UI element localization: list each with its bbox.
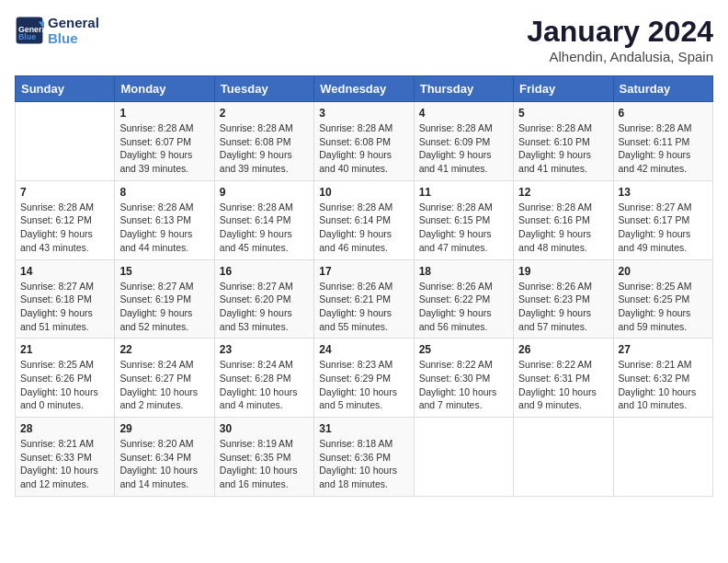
cell-day-number: 19 <box>518 265 608 278</box>
calendar-title: January 2024 <box>527 15 713 49</box>
logo-text-line2: Blue <box>48 30 99 46</box>
cell-day-info: Sunrise: 8:28 AM Sunset: 6:09 PM Dayligh… <box>419 121 508 176</box>
calendar-cell: 13Sunrise: 8:27 AM Sunset: 6:17 PM Dayli… <box>613 180 712 259</box>
calendar-cell <box>613 418 712 497</box>
calendar-cell: 4Sunrise: 8:28 AM Sunset: 6:09 PM Daylig… <box>414 102 513 181</box>
cell-day-info: Sunrise: 8:28 AM Sunset: 6:15 PM Dayligh… <box>419 201 508 255</box>
week-row-5: 28Sunrise: 8:21 AM Sunset: 6:33 PM Dayli… <box>16 418 713 497</box>
cell-day-info: Sunrise: 8:21 AM Sunset: 6:33 PM Dayligh… <box>20 437 109 491</box>
cell-day-info: Sunrise: 8:28 AM Sunset: 6:12 PM Dayligh… <box>20 201 109 255</box>
cell-day-number: 5 <box>518 107 608 120</box>
cell-day-info: Sunrise: 8:26 AM Sunset: 6:23 PM Dayligh… <box>518 280 608 334</box>
calendar-cell <box>514 418 613 497</box>
cell-day-number: 6 <box>619 107 708 120</box>
cell-day-number: 14 <box>20 265 109 278</box>
cell-day-number: 3 <box>319 107 408 120</box>
cell-day-info: Sunrise: 8:28 AM Sunset: 6:08 PM Dayligh… <box>220 121 309 176</box>
day-header-thursday: Thursday <box>414 76 513 102</box>
calendar-cell: 28Sunrise: 8:21 AM Sunset: 6:33 PM Dayli… <box>16 418 115 497</box>
cell-day-info: Sunrise: 8:22 AM Sunset: 6:30 PM Dayligh… <box>419 358 508 412</box>
day-header-friday: Friday <box>514 76 613 102</box>
cell-day-number: 26 <box>518 343 608 356</box>
cell-day-info: Sunrise: 8:27 AM Sunset: 6:18 PM Dayligh… <box>20 280 109 334</box>
calendar-cell: 7Sunrise: 8:28 AM Sunset: 6:12 PM Daylig… <box>16 180 115 259</box>
calendar-cell: 24Sunrise: 8:23 AM Sunset: 6:29 PM Dayli… <box>314 339 414 418</box>
svg-text:Blue: Blue <box>18 32 36 41</box>
calendar-cell: 3Sunrise: 8:28 AM Sunset: 6:08 PM Daylig… <box>314 102 414 181</box>
calendar-cell: 1Sunrise: 8:28 AM Sunset: 6:07 PM Daylig… <box>115 102 214 181</box>
cell-day-info: Sunrise: 8:18 AM Sunset: 6:36 PM Dayligh… <box>319 437 408 491</box>
calendar-cell: 18Sunrise: 8:26 AM Sunset: 6:22 PM Dayli… <box>414 259 513 339</box>
cell-day-info: Sunrise: 8:27 AM Sunset: 6:17 PM Dayligh… <box>619 201 708 255</box>
week-row-2: 7Sunrise: 8:28 AM Sunset: 6:12 PM Daylig… <box>16 180 713 259</box>
logo: General Blue General Blue <box>15 15 99 46</box>
calendar-body: 1Sunrise: 8:28 AM Sunset: 6:07 PM Daylig… <box>16 102 713 497</box>
cell-day-info: Sunrise: 8:26 AM Sunset: 6:22 PM Dayligh… <box>419 280 508 334</box>
logo-icon: General Blue <box>15 16 44 45</box>
cell-day-number: 15 <box>119 265 209 278</box>
cell-day-number: 20 <box>619 265 708 278</box>
cell-day-number: 29 <box>119 422 209 435</box>
calendar-cell: 25Sunrise: 8:22 AM Sunset: 6:30 PM Dayli… <box>414 339 513 418</box>
cell-day-info: Sunrise: 8:20 AM Sunset: 6:34 PM Dayligh… <box>119 437 209 491</box>
page-header: General Blue General Blue January 2024 A… <box>15 15 713 64</box>
calendar-cell: 8Sunrise: 8:28 AM Sunset: 6:13 PM Daylig… <box>115 180 214 259</box>
calendar-cell <box>16 102 115 181</box>
cell-day-number: 13 <box>619 186 708 199</box>
calendar-cell: 27Sunrise: 8:21 AM Sunset: 6:32 PM Dayli… <box>613 339 712 418</box>
calendar-cell: 6Sunrise: 8:28 AM Sunset: 6:11 PM Daylig… <box>613 102 712 181</box>
cell-day-number: 16 <box>220 265 309 278</box>
cell-day-number: 23 <box>220 343 309 356</box>
calendar-cell: 9Sunrise: 8:28 AM Sunset: 6:14 PM Daylig… <box>214 180 313 259</box>
cell-day-number: 9 <box>220 186 309 199</box>
cell-day-number: 28 <box>20 422 109 435</box>
calendar-header: SundayMondayTuesdayWednesdayThursdayFrid… <box>16 76 713 102</box>
cell-day-info: Sunrise: 8:28 AM Sunset: 6:14 PM Dayligh… <box>220 201 309 255</box>
cell-day-info: Sunrise: 8:26 AM Sunset: 6:21 PM Dayligh… <box>319 280 408 334</box>
cell-day-number: 1 <box>119 107 209 120</box>
cell-day-info: Sunrise: 8:24 AM Sunset: 6:27 PM Dayligh… <box>119 358 209 412</box>
week-row-4: 21Sunrise: 8:25 AM Sunset: 6:26 PM Dayli… <box>16 339 713 418</box>
cell-day-number: 10 <box>319 186 408 199</box>
cell-day-info: Sunrise: 8:28 AM Sunset: 6:10 PM Dayligh… <box>518 121 608 176</box>
cell-day-info: Sunrise: 8:25 AM Sunset: 6:26 PM Dayligh… <box>20 358 109 412</box>
calendar-cell: 26Sunrise: 8:22 AM Sunset: 6:31 PM Dayli… <box>514 339 613 418</box>
day-header-saturday: Saturday <box>613 76 712 102</box>
calendar-cell: 10Sunrise: 8:28 AM Sunset: 6:14 PM Dayli… <box>314 180 414 259</box>
calendar-cell: 17Sunrise: 8:26 AM Sunset: 6:21 PM Dayli… <box>314 259 414 339</box>
cell-day-info: Sunrise: 8:25 AM Sunset: 6:25 PM Dayligh… <box>619 280 708 334</box>
cell-day-info: Sunrise: 8:28 AM Sunset: 6:11 PM Dayligh… <box>619 121 708 176</box>
cell-day-number: 25 <box>419 343 508 356</box>
cell-day-number: 24 <box>319 343 408 356</box>
cell-day-info: Sunrise: 8:23 AM Sunset: 6:29 PM Dayligh… <box>319 358 408 412</box>
cell-day-info: Sunrise: 8:28 AM Sunset: 6:16 PM Dayligh… <box>518 201 608 255</box>
cell-day-info: Sunrise: 8:28 AM Sunset: 6:14 PM Dayligh… <box>319 201 408 255</box>
cell-day-number: 2 <box>220 107 309 120</box>
cell-day-number: 17 <box>319 265 408 278</box>
logo-text-line1: General <box>48 15 99 30</box>
calendar-cell: 11Sunrise: 8:28 AM Sunset: 6:15 PM Dayli… <box>414 180 513 259</box>
day-header-monday: Monday <box>115 76 214 102</box>
cell-day-number: 11 <box>419 186 508 199</box>
day-header-wednesday: Wednesday <box>314 76 414 102</box>
calendar-cell: 16Sunrise: 8:27 AM Sunset: 6:20 PM Dayli… <box>214 259 313 339</box>
cell-day-number: 12 <box>518 186 608 199</box>
cell-day-info: Sunrise: 8:28 AM Sunset: 6:13 PM Dayligh… <box>119 201 209 255</box>
calendar-cell: 15Sunrise: 8:27 AM Sunset: 6:19 PM Dayli… <box>115 259 214 339</box>
calendar-subtitle: Alhendin, Andalusia, Spain <box>527 49 713 64</box>
calendar-cell: 12Sunrise: 8:28 AM Sunset: 6:16 PM Dayli… <box>514 180 613 259</box>
cell-day-info: Sunrise: 8:22 AM Sunset: 6:31 PM Dayligh… <box>518 358 608 412</box>
cell-day-info: Sunrise: 8:27 AM Sunset: 6:19 PM Dayligh… <box>119 280 209 334</box>
calendar-cell: 31Sunrise: 8:18 AM Sunset: 6:36 PM Dayli… <box>314 418 414 497</box>
calendar-cell: 29Sunrise: 8:20 AM Sunset: 6:34 PM Dayli… <box>115 418 214 497</box>
calendar-cell: 22Sunrise: 8:24 AM Sunset: 6:27 PM Dayli… <box>115 339 214 418</box>
week-row-1: 1Sunrise: 8:28 AM Sunset: 6:07 PM Daylig… <box>16 102 713 181</box>
calendar-cell: 21Sunrise: 8:25 AM Sunset: 6:26 PM Dayli… <box>16 339 115 418</box>
cell-day-number: 30 <box>220 422 309 435</box>
calendar-cell: 14Sunrise: 8:27 AM Sunset: 6:18 PM Dayli… <box>16 259 115 339</box>
cell-day-number: 18 <box>419 265 508 278</box>
cell-day-number: 27 <box>619 343 708 356</box>
cell-day-info: Sunrise: 8:28 AM Sunset: 6:08 PM Dayligh… <box>319 121 408 176</box>
cell-day-number: 7 <box>20 186 109 199</box>
calendar-table: SundayMondayTuesdayWednesdayThursdayFrid… <box>15 75 713 497</box>
